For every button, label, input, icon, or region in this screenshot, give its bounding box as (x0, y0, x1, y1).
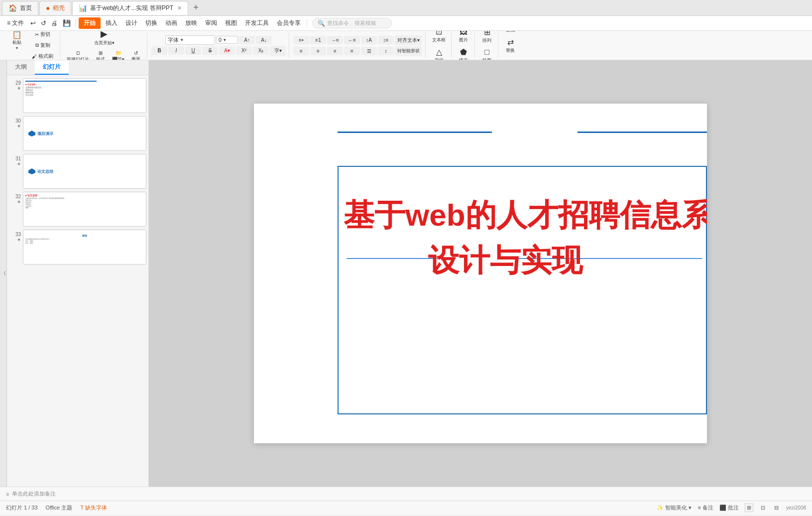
comments-btn[interactable]: ⬛ 批注 (719, 504, 739, 512)
list-item[interactable]: 29 ★ ■ 论文总结 主要研究内容总结...系统设计...最终目标...论文总… (9, 78, 146, 113)
add-tab-button[interactable]: + (189, 2, 203, 13)
save-btn[interactable]: 💾 (61, 19, 72, 27)
menu-view[interactable]: 视图 (222, 18, 240, 28)
columns-btn[interactable]: ☰ (361, 47, 377, 55)
print-btn[interactable]: 🖨 (50, 19, 59, 27)
font-color-btn[interactable]: A▾ (219, 46, 235, 55)
picture-btn[interactable]: 🖼 图片 (456, 31, 471, 45)
underline-btn[interactable]: U (185, 46, 201, 55)
indent-decrease-btn[interactable]: ←≡ (344, 36, 360, 44)
view-grid-btn[interactable]: ⊡ (759, 504, 767, 512)
paste-btn[interactable]: 📋 粘贴 ▾ (7, 31, 27, 51)
align-text-btn[interactable]: 对齐文本▾ (395, 35, 422, 45)
para-spacing-btn[interactable]: ↕ (378, 47, 394, 55)
convert-shape-btn[interactable]: 转智能形状 (395, 46, 422, 56)
menu-vip[interactable]: 会员专享 (274, 18, 304, 28)
char-spacing-btn[interactable]: 字▾ (270, 46, 286, 56)
menu-animation[interactable]: 动画 (162, 18, 180, 28)
font-size-decrease-btn[interactable]: A↓ (256, 36, 272, 44)
bold-btn[interactable]: B (151, 46, 167, 55)
list-item[interactable]: 33 ★ 致谢 首先感谢我的导师在论文撰写过程中... 其次，感谢... 再次，… (9, 230, 146, 264)
align-justify-btn[interactable]: ≡ (344, 47, 360, 55)
find-btn[interactable]: 🔍 查找 (502, 31, 518, 35)
view-notes-btn[interactable]: ⊟ (773, 504, 780, 512)
align-center-btn[interactable]: ≡ (310, 47, 326, 55)
text-box-btn[interactable]: ⊡ 文本框 (430, 31, 448, 45)
reset-btn[interactable]: ↺ 重置 (128, 49, 144, 61)
clipboard-sub: ✂ 剪切 ⧉ 复制 🖌 格式刷 (28, 31, 57, 60)
shape-btn[interactable]: △ 形状 (431, 46, 447, 60)
slide-thumb-29[interactable]: ■ 论文总结 主要研究内容总结...系统设计...最终目标...论文总结 (23, 78, 146, 113)
tab-slides[interactable]: 幻灯片 (35, 60, 69, 75)
align-right-btn[interactable]: ≡ (327, 47, 343, 55)
format-brush-btn[interactable]: 🖌 格式刷 (28, 51, 57, 60)
tab-ppt[interactable]: 📊 基于web的人才...实现 答辩PPT ✕ (72, 1, 188, 15)
arrange-btn[interactable]: ⊞ 排列 (479, 31, 495, 45)
current-start-btn[interactable]: ▶ 当页开始▾ (87, 31, 121, 48)
panel-collapse-btn[interactable]: 《 (0, 60, 7, 487)
menu-transition[interactable]: 切换 (142, 18, 160, 28)
menu-slideshow[interactable]: 放映 (182, 18, 200, 28)
cut-btn[interactable]: ✂ 剪切 (28, 31, 57, 39)
font-size-increase-btn[interactable]: A↑ (239, 36, 255, 44)
slide-num-32: 32 (9, 194, 21, 199)
slide-thumb-31[interactable]: 论文总结 (23, 154, 146, 189)
slide-panel-tabs: 大纲 幻灯片 (7, 60, 148, 75)
slide-thumb-32[interactable]: ■ 论文总结 主要研究内容总结，文章主要介绍了如何通过建筑建筑建筑... 系统分… (23, 192, 146, 227)
slide-num-33: 33 (9, 232, 21, 237)
list-item[interactable]: 30 ★ 项目演示 (9, 116, 146, 151)
menu-design[interactable]: 设计 (122, 18, 140, 28)
text-direction-btn[interactable]: ↕A (361, 36, 377, 44)
undo-btn[interactable]: ↩ (29, 19, 37, 27)
search-placeholder: 查找命令、搜索模板 (327, 19, 376, 27)
list-number-btn[interactable]: ≡1 (310, 36, 326, 44)
tab-home[interactable]: 🏠 首页 (2, 1, 38, 15)
superscript-btn[interactable]: X² (236, 46, 252, 55)
strikethrough-btn[interactable]: S (202, 46, 218, 55)
font-size-dropdown[interactable]: 0 ▾ (216, 36, 238, 44)
paste-arrow: ▾ (16, 46, 18, 50)
paste-label: 粘贴 (12, 39, 21, 46)
new-slide-btn[interactable]: 🗋 新建幻灯片 (64, 49, 92, 61)
current-start-label: 当页开始▾ (94, 40, 115, 46)
subscript-btn[interactable]: X₂ (253, 46, 269, 55)
fill-btn[interactable]: ⬟ 填充 (456, 46, 471, 61)
italic-btn[interactable]: I (168, 46, 184, 55)
view-normal-btn[interactable]: ⊞ (745, 504, 753, 512)
align-left-btn[interactable]: ≡ (293, 47, 309, 55)
list-item[interactable]: 31 ★ 论文总结 (9, 154, 146, 189)
theme-info: Office 主题 (46, 504, 73, 512)
notes-btn[interactable]: ≡ 备注 (697, 504, 713, 512)
menu-devtools[interactable]: 开发工具 (242, 18, 272, 28)
font-missing-info[interactable]: T 缺失字体 (80, 504, 107, 512)
select-btn[interactable]: ⤡ 选择 (502, 56, 518, 61)
layout-btn[interactable]: ⊞ 版式 (93, 49, 109, 61)
tab-wps[interactable]: ● 稻壳 (39, 1, 71, 15)
copy-btn[interactable]: ⧉ 复制 (28, 40, 57, 50)
slide-num-30: 30 (9, 118, 21, 124)
line-spacing-btn[interactable]: ↕≡ (378, 36, 394, 44)
section-label: ⬛节▾ (112, 56, 124, 61)
tab-ppt-close[interactable]: ✕ (177, 5, 182, 11)
menu-review[interactable]: 审阅 (202, 18, 220, 28)
menu-start[interactable]: 开始 (79, 17, 101, 29)
indent-increase-btn[interactable]: →≡ (327, 36, 343, 44)
search-bar[interactable]: 🔍 查找命令、搜索模板 (312, 18, 392, 28)
redo-btn[interactable]: ↺ (39, 19, 48, 27)
notes-bar[interactable]: ≡ 单击此处添加备注 (0, 487, 812, 501)
list-item[interactable]: 32 ★ ■ 论文总结 主要研究内容总结，文章主要介绍了如何通过建筑建筑建筑..… (9, 192, 146, 227)
outline-btn[interactable]: □ 轮廓 (479, 46, 495, 61)
main-slide-canvas[interactable]: 基于web的人才招聘信息系统的 设计与实现 (254, 104, 707, 443)
menu-file[interactable]: ≡ 文件 (4, 18, 27, 28)
font-group: 字体 ▾ 0 ▾ A↑ A↓ B I U S A▾ X² X₂ 字▾ (148, 33, 289, 58)
font-family-dropdown[interactable]: 字体 ▾ (165, 35, 215, 45)
smart-beautify-btn[interactable]: ✨ 智能美化 ▾ (657, 504, 692, 512)
slide-thumb-33[interactable]: 致谢 首先感谢我的导师在论文撰写过程中... 其次，感谢... 再次，感谢... (23, 230, 146, 264)
slide-thumb-30[interactable]: 项目演示 (23, 116, 146, 151)
menu-insert[interactable]: 插入 (103, 18, 120, 28)
replace-btn[interactable]: ⇄ 替换 (502, 36, 518, 55)
section-btn[interactable]: 📁 ⬛节▾ (110, 49, 127, 61)
tab-outline[interactable]: 大纲 (7, 60, 35, 75)
list-bullet-btn[interactable]: ≡• (293, 36, 309, 44)
status-bar-right: ✨ 智能美化 ▾ ≡ 备注 ⬛ 批注 ⊞ ⊡ ⊟ yezi2008 (657, 504, 806, 512)
